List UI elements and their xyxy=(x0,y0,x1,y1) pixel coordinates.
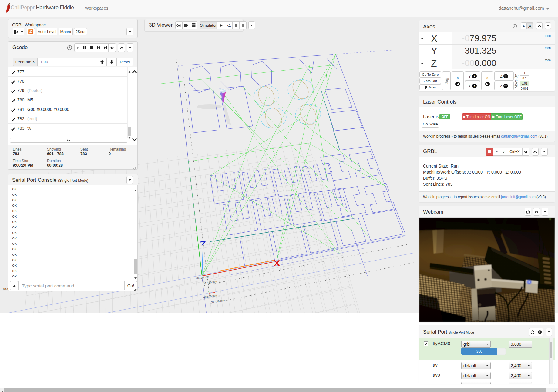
svg-text:317.50 mm: 317.50 mm xyxy=(211,299,225,304)
